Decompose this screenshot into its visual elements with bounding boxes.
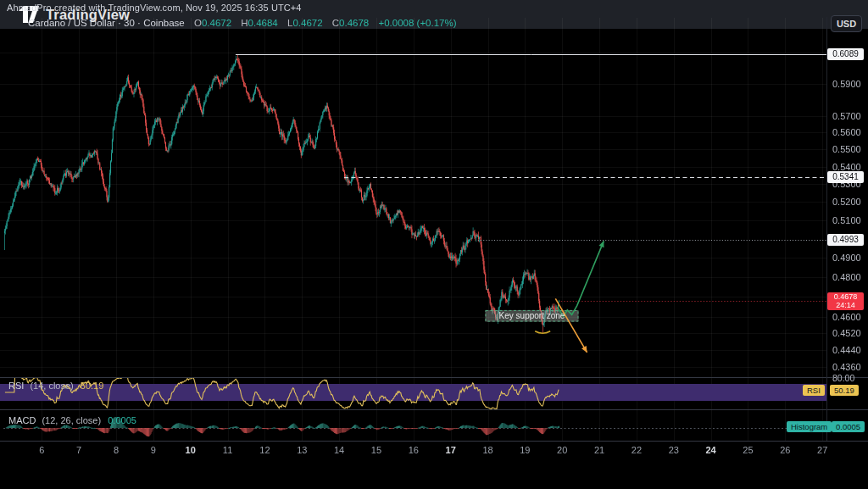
price-axis-label: 0.5200 [832, 197, 861, 207]
bar-countdown: 24:14 [827, 302, 864, 310]
open-label: O [194, 18, 202, 28]
symbol-info-bar: Cardano / US Dollar · 30 · Coinbase O0.4… [28, 18, 457, 28]
rsi-params: (14, close) [30, 381, 73, 391]
low-value: 0.4672 [292, 18, 322, 28]
time-axis-label: 21 [594, 445, 604, 455]
rsi-name: RSI [8, 381, 24, 391]
time-axis-label: 16 [409, 445, 419, 455]
macd-value: 0.0005 [108, 415, 136, 425]
time-axis-label: 14 [334, 445, 344, 455]
time-axis-label: 10 [186, 445, 196, 455]
price-axis-label: 0.4520 [832, 328, 861, 338]
time-axis-label: 15 [371, 445, 381, 455]
open-value: 0.4672 [202, 18, 231, 28]
price-axis-label: 0.5100 [832, 215, 861, 225]
attribution-text: AhmadPro created with TradingView.com, N… [7, 3, 302, 13]
rsi-value: 50.19 [81, 381, 104, 391]
change-value: +0.0008 (+0.17%) [378, 18, 456, 28]
time-axis-label: 19 [520, 445, 530, 455]
macd-histogram-badge: Histogram [787, 421, 832, 432]
price-axis-label: 0.4900 [832, 253, 861, 263]
time-axis-label: 9 [151, 445, 156, 455]
time-axis-label: 11 [223, 445, 232, 455]
rsi-value-badge: 50.19 [830, 385, 859, 396]
price-axis-label: 0.5500 [832, 144, 861, 154]
price-axis-label: 0.5400 [832, 162, 861, 172]
high-label: H [241, 18, 248, 28]
high-value: 0.4684 [248, 18, 278, 28]
time-axis-label: 22 [632, 445, 642, 455]
time-axis-label: 17 [446, 445, 456, 455]
time-axis-label: 7 [76, 445, 81, 455]
price-axis-label: 0.5900 [832, 79, 861, 89]
time-axis-label: 12 [259, 445, 270, 455]
price-axis-label: 0.4360 [832, 362, 861, 372]
price-axis-label: 0.4600 [832, 312, 861, 322]
rsi-indicator-label[interactable]: RSI (14, close) 50.19 [8, 381, 103, 391]
time-axis-label: 8 [114, 445, 119, 455]
time-axis-label: 26 [780, 445, 790, 455]
time-axis-label: 23 [669, 445, 679, 455]
time-axis[interactable] [0, 442, 868, 458]
level-price-label: 0.5341 [827, 171, 864, 183]
level-price-label: 0.6089 [827, 48, 864, 60]
time-axis-label: 13 [297, 445, 307, 455]
time-axis-label: 27 [817, 445, 827, 455]
close-label: C [332, 18, 339, 28]
price-axis-label: 0.4800 [832, 272, 861, 282]
rsi-badge: RSI [803, 385, 825, 396]
level-price-label: 0.4993 [827, 234, 864, 246]
symbol-title[interactable]: Cardano / US Dollar · 30 · Coinbase [28, 18, 185, 28]
price-axis-label: 0.5600 [832, 127, 861, 137]
time-axis-label: 20 [557, 445, 567, 455]
support-zone-annotation-text: Key support zone [487, 310, 576, 321]
close-value: 0.4678 [339, 18, 369, 28]
time-axis-label: 18 [482, 445, 492, 455]
macd-params: (12, 26, close) [42, 415, 101, 425]
tradingview-chart-window: AhmadPro created with TradingView.com, N… [0, 0, 868, 489]
last-price-label: 0.467824:14 [827, 292, 864, 310]
time-axis-label: 6 [39, 445, 44, 455]
price-axis-label: 0.4440 [832, 345, 861, 355]
macd-name: MACD [8, 415, 36, 425]
price-axis-label: 0.5700 [832, 111, 861, 121]
rsi-upper-band-label: 80.00 [832, 373, 854, 383]
time-axis-label: 24 [705, 445, 715, 455]
macd-indicator-label[interactable]: MACD (12, 26, close) 0.0005 [8, 415, 136, 425]
time-axis-label: 25 [743, 445, 753, 455]
macd-histogram-value-badge: 0.0005 [832, 421, 865, 432]
